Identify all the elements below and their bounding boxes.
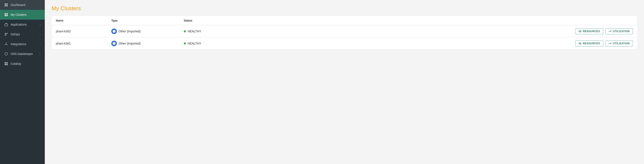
cluster-type-label: Other (Imported) [118, 30, 140, 33]
briefcase-icon [4, 22, 8, 26]
kubernetes-icon [111, 28, 117, 34]
utilization-button[interactable]: UTILIZATION [606, 28, 633, 34]
svg-point-13 [6, 43, 6, 43]
trend-icon [608, 30, 612, 33]
svg-rect-5 [6, 13, 8, 14]
cluster-status: HEALTHY [184, 30, 239, 33]
integrations-icon [4, 42, 8, 46]
sidebar-item-label: GitOps [11, 33, 37, 36]
svg-rect-3 [6, 5, 8, 6]
cluster-icon [4, 13, 8, 17]
svg-point-9 [5, 33, 6, 34]
col-type: Type [111, 19, 184, 22]
row-actions: RESOURCES UTILIZATION [239, 28, 633, 34]
utilization-button[interactable]: UTILIZATION [606, 40, 633, 46]
sidebar-item-label: Catalog [11, 62, 40, 65]
sidebar-item-label: Applications [11, 23, 37, 26]
page-title: My Clusters [52, 5, 637, 12]
svg-rect-0 [5, 3, 6, 5]
main-content: My Clusters Name Type Status phani-k3d2 … [45, 0, 644, 164]
svg-rect-2 [5, 5, 6, 6]
svg-point-25 [579, 43, 581, 44]
cluster-name: phani-k3d1 [56, 42, 111, 45]
catalog-icon [4, 62, 8, 66]
utilization-label: UTILIZATION [613, 30, 630, 33]
status-dot [184, 42, 186, 44]
clusters-table: Name Type Status phani-k3d2 Other (Impor… [52, 16, 637, 49]
resources-label: RESOURCES [583, 30, 600, 33]
sidebar-item-label: Dashboard [11, 3, 40, 6]
sidebar: Dashboard My Clusters Applications › [0, 0, 45, 164]
utilization-label: UTILIZATION [613, 42, 630, 45]
row-actions: RESOURCES UTILIZATION [239, 40, 633, 46]
cluster-type: Other (Imported) [111, 28, 184, 34]
svg-rect-6 [5, 15, 6, 16]
cluster-status: HEALTHY [184, 42, 239, 45]
svg-rect-21 [5, 64, 6, 65]
sidebar-item-label: OPA Gatekeeper [11, 52, 37, 56]
svg-point-23 [579, 30, 581, 32]
svg-point-24 [580, 31, 580, 32]
svg-point-12 [6, 44, 6, 44]
svg-line-18 [5, 44, 6, 44]
grid-icon [4, 3, 8, 7]
svg-rect-22 [6, 64, 8, 65]
svg-rect-20 [6, 62, 8, 63]
eye-icon [578, 42, 582, 45]
sidebar-item-applications[interactable]: Applications › [0, 19, 45, 29]
chevron-right-icon: › [40, 23, 40, 26]
sidebar-item-my-clusters[interactable]: My Clusters [0, 10, 45, 19]
sidebar-item-opa-gatekeeper[interactable]: OPA Gatekeeper › [0, 49, 45, 59]
svg-point-26 [580, 43, 580, 44]
table-row: phani-k3d2 Other (Imported) HEALTHY [52, 25, 637, 37]
svg-point-15 [5, 44, 5, 45]
sidebar-item-integrations[interactable]: Integrations › [0, 39, 45, 49]
kubernetes-icon [111, 41, 117, 46]
resources-button[interactable]: RESOURCES [575, 28, 603, 34]
svg-point-10 [6, 33, 8, 34]
sidebar-item-dashboard[interactable]: Dashboard [0, 0, 45, 10]
gitops-icon [4, 32, 8, 36]
resources-label: RESOURCES [583, 42, 600, 45]
svg-rect-19 [5, 62, 6, 63]
svg-rect-8 [5, 24, 8, 26]
trend-icon [608, 42, 612, 45]
svg-line-17 [6, 44, 7, 44]
status-label: HEALTHY [188, 30, 201, 33]
svg-rect-7 [6, 15, 8, 16]
cluster-name: phani-k3d2 [56, 30, 111, 33]
cluster-type: Other (Imported) [111, 41, 184, 46]
svg-point-14 [7, 44, 8, 45]
chevron-right-icon: › [40, 53, 40, 55]
col-status: Status [184, 19, 239, 22]
sidebar-item-label: Integrations [11, 42, 37, 46]
chevron-right-icon: › [40, 43, 40, 45]
chevron-right-icon: › [40, 33, 40, 35]
col-name: Name [56, 19, 111, 22]
status-dot [184, 30, 186, 32]
svg-rect-1 [6, 3, 8, 5]
cluster-type-label: Other (Imported) [118, 42, 140, 45]
eye-icon [578, 30, 582, 33]
sidebar-item-catalog[interactable]: Catalog [0, 59, 45, 69]
sidebar-item-label: My Clusters [11, 13, 40, 16]
svg-rect-4 [5, 13, 6, 14]
status-label: HEALTHY [188, 42, 201, 45]
sidebar-item-gitops[interactable]: GitOps › [0, 29, 45, 39]
shield-icon [4, 52, 8, 56]
resources-button[interactable]: RESOURCES [575, 40, 603, 46]
col-actions [239, 19, 633, 22]
table-row: phani-k3d1 Other (Imported) HEALTHY [52, 37, 637, 49]
table-header: Name Type Status [52, 16, 637, 25]
